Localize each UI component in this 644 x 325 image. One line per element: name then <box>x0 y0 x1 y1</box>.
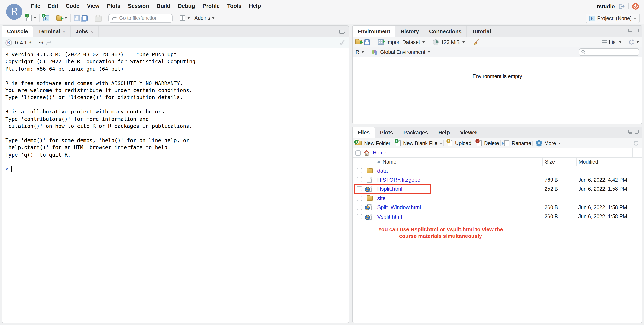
environment-tab[interactable]: Environment <box>352 26 396 38</box>
clear-objects-icon[interactable] <box>472 39 479 45</box>
clear-console-icon[interactable] <box>339 40 345 46</box>
file-name-link[interactable]: Vsplit.html <box>377 214 402 220</box>
sign-out-icon[interactable] <box>618 3 625 9</box>
pane-layout-caret[interactable] <box>188 17 190 19</box>
project-selector[interactable]: R Project: (None) <box>586 14 640 23</box>
memory-usage-caret[interactable] <box>462 41 465 43</box>
import-dataset-caret[interactable] <box>422 41 425 43</box>
memory-usage-icon[interactable] <box>433 39 438 45</box>
row-checkbox[interactable] <box>357 214 362 219</box>
menu-item[interactable]: View <box>83 3 103 9</box>
select-all-checkbox[interactable] <box>356 150 361 156</box>
files-toolbar-button[interactable]: ↑ Upload <box>444 140 472 146</box>
modified-column-header[interactable]: Modified <box>576 158 642 166</box>
files-toolbar-button[interactable]: + New Blank File <box>392 140 442 146</box>
files-toolbar-button[interactable]: Rename <box>500 140 531 146</box>
save-all-icon[interactable] <box>82 15 88 21</box>
maximize-pane-icon[interactable] <box>340 29 345 34</box>
memory-usage-label[interactable]: 123 MiB <box>441 39 460 45</box>
global-environment-selector[interactable]: Global Environment <box>380 49 425 55</box>
file-name-link[interactable]: Hsplit.html <box>377 186 402 192</box>
environment-tab[interactable]: History <box>396 26 424 37</box>
console-tab[interactable]: Terminal × <box>34 26 71 37</box>
save-workspace-icon[interactable] <box>364 39 370 45</box>
minimize-pane-icon[interactable] <box>628 130 632 134</box>
import-dataset-label[interactable]: Import Dataset <box>386 39 420 45</box>
table-row[interactable]: data <box>352 166 642 175</box>
table-row[interactable]: HISTORY.fitzgepe 769 B Jun 6, 2022, 4:42… <box>352 175 642 184</box>
console-output[interactable]: R version 4.1.3 RC (2022-03-02 r81867) -… <box>2 48 348 322</box>
load-workspace-icon[interactable] <box>356 40 362 44</box>
quit-session-button[interactable] <box>632 3 639 10</box>
table-row[interactable]: Vsplit.html 260 B Jun 6, 2022, 1:58 PM <box>352 212 642 221</box>
tab-close-icon[interactable]: × <box>63 29 65 34</box>
menu-item[interactable]: Code <box>62 3 84 9</box>
files-tab[interactable]: Packages <box>398 127 433 138</box>
language-selector[interactable]: R <box>356 49 359 55</box>
menu-item[interactable]: Debug <box>174 3 199 9</box>
working-directory[interactable]: ~/ <box>39 40 43 46</box>
menu-item[interactable]: Tools <box>223 3 245 9</box>
files-tab[interactable]: Plots <box>375 127 398 138</box>
new-file-icon[interactable]: + <box>26 15 32 21</box>
row-checkbox[interactable] <box>357 205 362 210</box>
row-checkbox[interactable] <box>357 177 362 182</box>
new-file-caret[interactable] <box>34 17 36 19</box>
list-view-caret[interactable] <box>619 41 622 43</box>
table-row[interactable]: Hsplit.html 252 B Jun 6, 2022, 1:58 PM <box>352 184 642 194</box>
language-caret[interactable] <box>362 51 364 53</box>
file-name-link[interactable]: site <box>377 195 386 201</box>
menu-item[interactable]: Plots <box>103 3 124 9</box>
addins-label[interactable]: Addins <box>194 15 210 21</box>
file-name-link[interactable]: Split_Window.html <box>377 204 421 210</box>
open-file-icon[interactable] <box>56 16 62 20</box>
global-environment-caret[interactable] <box>428 51 430 53</box>
maximize-pane-icon[interactable] <box>634 130 639 134</box>
menu-item[interactable]: Edit <box>44 3 62 9</box>
file-name-link[interactable]: HISTORY.fitzgepe <box>377 177 420 183</box>
console-tab[interactable]: Jobs × <box>71 26 99 37</box>
list-view-label[interactable]: List <box>609 39 617 45</box>
open-file-caret[interactable] <box>64 17 67 19</box>
size-column-header[interactable]: Size <box>542 158 576 166</box>
menu-item[interactable]: File <box>27 3 44 9</box>
refresh-environment-caret[interactable] <box>636 41 639 43</box>
environment-tab[interactable]: Tutorial <box>467 26 496 37</box>
file-name-link[interactable]: data <box>377 168 388 174</box>
table-row[interactable]: site <box>352 194 642 203</box>
breadcrumb-home-link[interactable]: Home <box>373 150 386 156</box>
files-tab[interactable]: Viewer <box>455 127 482 138</box>
name-column-header[interactable]: Name <box>377 158 542 166</box>
environment-tab[interactable]: Connections <box>424 26 467 37</box>
files-toolbar-button[interactable]: + New Folder <box>356 140 390 146</box>
row-checkbox[interactable] <box>357 168 362 173</box>
console-prompt-line[interactable]: > <box>5 166 348 172</box>
refresh-files-icon[interactable] <box>633 140 639 146</box>
files-tab[interactable]: Files <box>352 127 375 138</box>
menu-item[interactable]: Build <box>153 3 174 9</box>
pane-layout-icon[interactable] <box>180 15 185 21</box>
console-tab[interactable]: Console <box>2 26 34 38</box>
menu-item[interactable]: Profile <box>199 3 223 9</box>
tab-close-icon[interactable]: × <box>90 29 93 34</box>
files-toolbar-button[interactable]: More <box>532 140 561 146</box>
list-view-icon[interactable] <box>602 40 607 44</box>
new-project-icon[interactable]: R+ <box>43 15 49 21</box>
goto-file-function-input[interactable]: Go to file/function <box>108 14 172 22</box>
import-dataset-icon[interactable] <box>378 40 384 45</box>
table-row[interactable]: Split_Window.html 260 B Jun 6, 2022, 1:5… <box>352 203 642 212</box>
print-icon[interactable] <box>94 16 102 22</box>
more-columns-button[interactable]: ... <box>632 148 642 157</box>
refresh-environment-icon[interactable] <box>628 39 634 45</box>
view-directory-icon[interactable] <box>46 40 52 45</box>
save-icon[interactable] <box>74 15 80 21</box>
files-tab[interactable]: Help <box>433 127 455 138</box>
minimize-pane-icon[interactable] <box>628 29 632 32</box>
row-checkbox[interactable] <box>357 186 362 192</box>
menu-item[interactable]: Help <box>245 3 265 9</box>
row-checkbox[interactable] <box>357 196 362 201</box>
files-toolbar-button[interactable]: × Delete <box>472 140 499 146</box>
menu-item[interactable]: Session <box>124 3 153 9</box>
maximize-pane-icon[interactable] <box>634 29 639 32</box>
environment-search-input[interactable] <box>579 48 639 56</box>
